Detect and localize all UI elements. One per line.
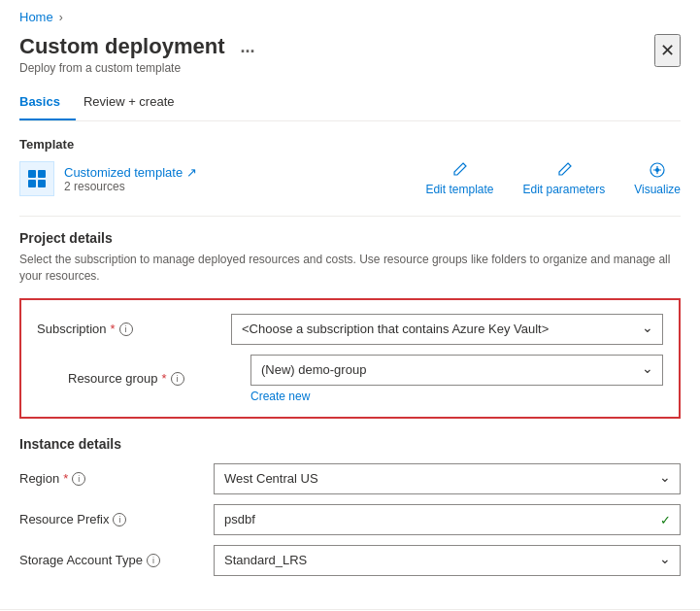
- instance-details-title: Instance details: [19, 436, 681, 452]
- visualize-icon: [649, 161, 666, 179]
- region-select[interactable]: West Central US: [214, 463, 681, 494]
- svg-point-5: [655, 168, 659, 172]
- tabs-container: Basics Review + create: [19, 85, 681, 121]
- region-row: Region * i West Central US: [19, 463, 681, 494]
- template-card: Customized template ↗ 2 resources: [19, 161, 197, 196]
- tab-review-create[interactable]: Review + create: [83, 85, 190, 120]
- template-resources: 2 resources: [64, 180, 197, 193]
- storage-account-info-icon[interactable]: i: [147, 554, 160, 567]
- template-actions: Edit template Edit parameters Visualize: [425, 161, 681, 196]
- visualize-button[interactable]: Visualize: [634, 161, 681, 196]
- resource-group-label: Resource group * i: [56, 371, 250, 386]
- svg-rect-0: [28, 170, 36, 178]
- tab-basics[interactable]: Basics: [19, 85, 76, 120]
- breadcrumb-separator: ›: [59, 11, 63, 24]
- subscription-control: <Choose a subscription that contains Azu…: [231, 314, 663, 345]
- breadcrumb: Home ›: [0, 0, 700, 30]
- page-subtitle: Deploy from a custom template: [19, 61, 254, 75]
- divider-1: [19, 216, 681, 217]
- storage-account-select[interactable]: Standard_LRS: [214, 545, 681, 576]
- resource-prefix-input[interactable]: [214, 504, 681, 535]
- storage-account-label: Storage Account Type i: [19, 553, 214, 567]
- template-icon: [19, 161, 54, 196]
- resource-prefix-label: Resource Prefix i: [19, 512, 214, 526]
- template-section-title: Template: [19, 137, 681, 152]
- header: Custom deployment ... Deploy from a cust…: [0, 30, 700, 85]
- page-title: Custom deployment ...: [19, 34, 254, 59]
- storage-account-row: Storage Account Type i Standard_LRS: [19, 545, 681, 576]
- svg-rect-2: [28, 180, 36, 187]
- subscription-info-icon[interactable]: i: [119, 322, 133, 336]
- template-section: Customized template ↗ 2 resources Edit t…: [19, 161, 681, 196]
- subscription-label: Subscription * i: [37, 322, 231, 336]
- header-ellipsis-button[interactable]: ...: [240, 37, 254, 57]
- region-required: *: [63, 471, 68, 486]
- subscription-row: Subscription * i <Choose a subscription …: [37, 314, 663, 345]
- resource-prefix-info-icon[interactable]: i: [113, 513, 126, 526]
- resource-group-select-wrapper: (New) demo-group: [250, 355, 663, 386]
- edit-template-icon: [450, 161, 468, 179]
- close-button[interactable]: ✕: [654, 34, 681, 67]
- resource-prefix-row: Resource Prefix i: [19, 504, 681, 535]
- grid-icon: [26, 168, 48, 189]
- header-left: Custom deployment ... Deploy from a cust…: [19, 34, 254, 75]
- subscription-select[interactable]: <Choose a subscription that contains Azu…: [231, 314, 663, 345]
- content-area: Template Customized template ↗ 2 resourc…: [0, 121, 700, 609]
- storage-account-control: Standard_LRS: [214, 545, 681, 576]
- resource-group-row: Resource group * i (New) demo-group Crea…: [56, 355, 663, 403]
- edit-parameters-icon: [555, 161, 573, 179]
- project-details-form: Subscription * i <Choose a subscription …: [19, 298, 681, 419]
- page-container: Home › Custom deployment ... Deploy from…: [0, 0, 700, 611]
- region-control: West Central US: [214, 463, 681, 494]
- edit-parameters-button[interactable]: Edit parameters: [522, 161, 605, 196]
- project-details-title: Project details: [19, 230, 681, 246]
- resource-prefix-control: [214, 504, 681, 535]
- subscription-required: *: [111, 322, 116, 336]
- edit-template-button[interactable]: Edit template: [425, 161, 493, 196]
- project-details-desc: Select the subscription to manage deploy…: [19, 252, 681, 285]
- resource-group-required: *: [162, 371, 167, 386]
- template-info: Customized template ↗ 2 resources: [64, 165, 197, 193]
- resource-group-control: (New) demo-group Create new: [250, 355, 663, 403]
- resource-group-select[interactable]: (New) demo-group: [250, 355, 663, 386]
- region-info-icon[interactable]: i: [72, 472, 85, 486]
- resource-group-info-icon[interactable]: i: [171, 372, 184, 386]
- instance-details-section: Instance details Region * i West Central…: [19, 436, 681, 576]
- svg-rect-3: [38, 180, 46, 187]
- template-link[interactable]: Customized template ↗: [64, 165, 197, 180]
- create-new-link[interactable]: Create new: [250, 390, 310, 403]
- svg-rect-1: [38, 170, 46, 178]
- breadcrumb-home[interactable]: Home: [19, 10, 53, 24]
- region-label: Region * i: [19, 471, 214, 486]
